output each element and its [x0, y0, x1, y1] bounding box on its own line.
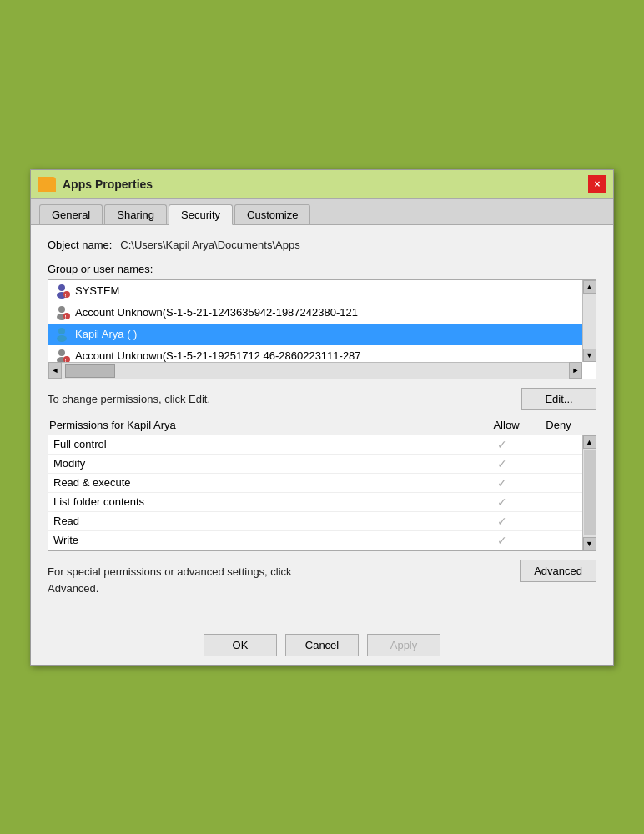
tab-bar: General Sharing Security Customize	[31, 199, 613, 225]
allow-col-header: Allow	[477, 419, 536, 431]
system-icon: !	[53, 283, 70, 299]
perm-scroll-down[interactable]: ▼	[583, 537, 596, 550]
svg-point-10	[58, 349, 65, 356]
perm-row-modify[interactable]: Modify ✓	[48, 455, 596, 474]
svg-point-0	[58, 284, 65, 291]
svg-point-9	[57, 335, 67, 342]
scroll-up-arrow[interactable]: ▲	[583, 280, 596, 294]
object-name-label: Object name:	[48, 239, 112, 251]
perm-row-read-execute[interactable]: Read & execute ✓	[48, 474, 596, 493]
perm-scroll-up[interactable]: ▲	[583, 435, 596, 449]
user-item-system[interactable]: ! SYSTEM	[48, 280, 596, 302]
group-users-label: Group or user names:	[48, 263, 596, 275]
perm-vscrollbar[interactable]: ▲ ▼	[582, 435, 596, 550]
user-name-system: SYSTEM	[75, 284, 119, 297]
svg-point-8	[58, 328, 65, 334]
dialog-title: Apps Properties	[63, 178, 153, 191]
perm-read-allow: ✓	[473, 515, 531, 528]
apps-properties-dialog: Apps Properties × General Sharing Securi…	[30, 169, 614, 666]
perm-name-read-execute: Read & execute	[53, 476, 473, 489]
cancel-button[interactable]: Cancel	[285, 634, 359, 656]
perm-name-write: Write	[53, 534, 473, 546]
hscroll-thumb[interactable]	[65, 364, 115, 378]
apply-button[interactable]: Apply	[367, 634, 440, 656]
dialog-footer: OK Cancel Apply	[31, 625, 613, 665]
user-name-account-unknown-2: Account Unknown(S-1-5-21-19251712 46-286…	[75, 349, 361, 362]
perm-read-execute-allow: ✓	[473, 476, 531, 490]
perm-row-full-control[interactable]: Full control ✓	[48, 435, 596, 455]
advanced-row: For special permissions or advanced sett…	[48, 560, 596, 601]
svg-text:!: !	[65, 314, 67, 319]
user-list-container: ! SYSTEM ! Account Unknown(S-1-5-21-1243…	[48, 279, 596, 379]
perm-modify-allow: ✓	[473, 457, 531, 470]
perm-row-list-folder[interactable]: List folder contents ✓	[48, 493, 596, 512]
user-name-kapil-arya: Kapil Arya ( )	[75, 328, 137, 340]
object-name-row: Object name: C:\Users\Kapil Arya\Documen…	[48, 239, 596, 251]
scroll-right-arrow[interactable]: ►	[569, 362, 582, 379]
user-name-account-unknown-1: Account Unknown(S-1-5-21-1243635942-1987…	[75, 306, 358, 319]
advanced-info-text: For special permissions or advanced sett…	[48, 564, 340, 596]
svg-point-4	[58, 306, 65, 313]
svg-text:!: !	[65, 293, 67, 298]
scroll-left-arrow[interactable]: ◄	[48, 362, 62, 379]
tab-content: Object name: C:\Users\Kapil Arya\Documen…	[31, 225, 613, 625]
ok-button[interactable]: OK	[204, 634, 277, 656]
permissions-for-label: Permissions for Kapil Arya	[49, 419, 477, 431]
edit-row: To change permissions, click Edit. Edit.…	[48, 388, 596, 410]
tab-security[interactable]: Security	[169, 204, 233, 225]
kapil-arya-icon	[53, 326, 70, 343]
close-button[interactable]: ×	[588, 175, 606, 193]
scroll-down-arrow[interactable]: ▼	[583, 349, 596, 362]
permissions-header: Permissions for Kapil Arya Allow Deny	[48, 419, 596, 431]
user-item-kapil-arya[interactable]: Kapil Arya ( )	[48, 324, 596, 345]
perm-row-write[interactable]: Write ✓	[48, 531, 596, 550]
hscroll-track	[62, 363, 569, 379]
advanced-button[interactable]: Advanced	[520, 560, 596, 582]
user-list: ! SYSTEM ! Account Unknown(S-1-5-21-1243…	[48, 280, 596, 367]
perm-name-list-folder: List folder contents	[53, 495, 473, 508]
title-bar-left: Apps Properties	[38, 177, 153, 192]
tab-customize[interactable]: Customize	[234, 204, 310, 224]
perm-write-allow: ✓	[473, 534, 531, 547]
edit-button[interactable]: Edit...	[521, 388, 596, 410]
perm-name-full-control: Full control	[53, 438, 473, 450]
perm-list-folder-allow: ✓	[473, 495, 531, 509]
deny-col-header: Deny	[536, 419, 581, 431]
folder-icon	[38, 177, 56, 192]
change-permissions-text: To change permissions, click Edit.	[48, 393, 210, 405]
object-name-value: C:\Users\Kapil Arya\Documents\Apps	[120, 239, 299, 251]
tab-sharing[interactable]: Sharing	[104, 204, 167, 224]
permissions-table: Full control ✓ Modify ✓ Read & execute ✓…	[48, 435, 596, 551]
perm-full-control-allow: ✓	[473, 438, 531, 451]
perm-row-read[interactable]: Read ✓	[48, 512, 596, 531]
perm-name-read: Read	[53, 515, 473, 527]
account-unknown-1-icon: !	[53, 304, 70, 321]
perm-name-modify: Modify	[53, 457, 473, 470]
user-item-account-unknown-1[interactable]: ! Account Unknown(S-1-5-21-1243635942-19…	[48, 302, 596, 324]
user-list-vscrollbar[interactable]: ▲ ▼	[582, 280, 596, 362]
tab-general[interactable]: General	[39, 204, 103, 224]
title-bar: Apps Properties ×	[31, 170, 613, 199]
user-list-hscrollbar[interactable]: ◄ ►	[48, 362, 582, 379]
